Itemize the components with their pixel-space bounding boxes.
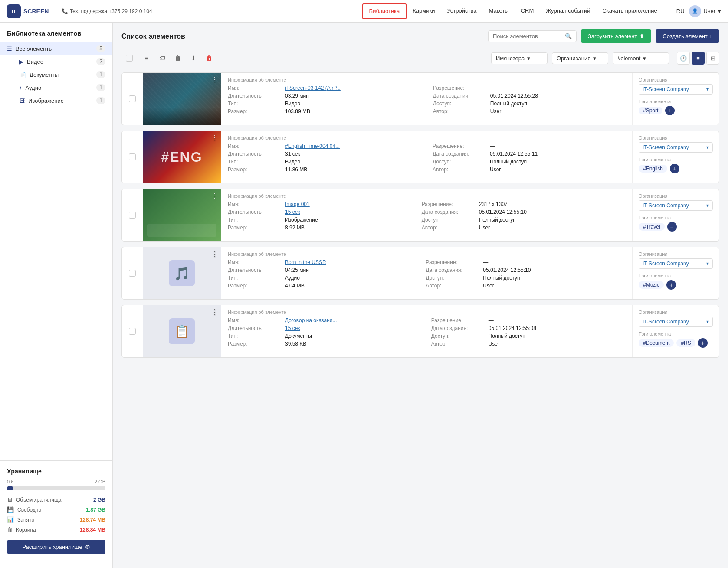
card-2-resolution: — — [490, 143, 625, 149]
select-all-checkbox[interactable] — [126, 55, 133, 62]
card-3-org-select[interactable]: IT-Screen Company ▾ — [639, 200, 713, 211]
storage-bar-labels: 0.6 2 GB — [7, 479, 105, 484]
nav-events[interactable]: Журнал событий — [540, 0, 596, 23]
card-2-name[interactable]: #English Time-004 04... — [285, 143, 427, 149]
view-btn-list[interactable]: ≡ — [692, 52, 705, 65]
lang-button[interactable]: RU — [676, 8, 685, 14]
user-button[interactable]: 👤 User ▾ — [689, 5, 721, 17]
main-header-right: 🔍 Загрузить элемент ⬆ Создать элемент + — [488, 29, 719, 43]
toolbar: ≡ 🏷 🗑 ⬇ 🗑 Имя юзера ▾ Организация ▾ #ele… — [121, 49, 719, 67]
view-btn-clock[interactable]: 🕐 — [677, 52, 690, 65]
label-type-3: Тип: — [228, 217, 280, 223]
sidebar-item-label-image: Изображение — [28, 98, 93, 104]
sidebar-item-label-docs: Документы — [30, 72, 93, 78]
filter-username-chevron: ▾ — [527, 55, 530, 62]
sidebar-item-video[interactable]: ▶ Видео 2 — [7, 55, 112, 68]
card-4-org-chevron: ▾ — [706, 261, 709, 267]
card-1-org-chevron: ▾ — [706, 86, 709, 92]
card-5-name[interactable]: Договор на оказани... — [285, 317, 426, 323]
search-box[interactable]: 🔍 — [488, 30, 577, 42]
upload-button[interactable]: Загрузить элемент ⬆ — [581, 29, 651, 43]
storage-total-value: 2 GB — [93, 497, 105, 503]
view-buttons: 🕐 ≡ ⊞ — [677, 52, 719, 65]
main-header: Список элементов 🔍 Загрузить элемент ⬆ С… — [121, 29, 719, 43]
card-1-checkbox[interactable] — [129, 95, 136, 102]
expand-storage-label: Расширить хранилище — [22, 544, 82, 550]
tag-icon[interactable]: 🏷 — [156, 52, 168, 64]
tag-add-4[interactable]: + — [666, 280, 676, 290]
card-4-thumb-menu[interactable]: ⋮ — [211, 250, 218, 258]
card-3-duration[interactable]: 15 сек — [285, 209, 416, 215]
nav-layouts[interactable]: Макеты — [483, 0, 515, 23]
nav-coupons[interactable]: Кармики — [407, 0, 441, 23]
nav-devices[interactable]: Устройства — [441, 0, 482, 23]
view-btn-grid[interactable]: ⊞ — [706, 52, 719, 65]
card-4-name[interactable]: Born in the USSR — [285, 259, 420, 265]
download-icon[interactable]: ⬇ — [187, 52, 200, 64]
card-3-info-grid: Имя: Image 001 Разрешение: 2317 x 1307 Д… — [228, 201, 625, 231]
card-4-checkbox[interactable] — [129, 270, 136, 277]
tag-add-2[interactable]: + — [670, 164, 679, 173]
filter-org[interactable]: Организация ▾ — [552, 52, 608, 64]
card-2-org-chevron: ▾ — [706, 144, 709, 150]
card-1-org: Организация IT-Screen Company ▾ Тэги эле… — [632, 73, 719, 125]
card-1-org-select[interactable]: IT-Screen Company ▾ — [639, 84, 713, 95]
label-type-5: Тип: — [228, 333, 280, 339]
card-3-thumb-menu[interactable]: ⋮ — [211, 192, 218, 200]
trash-icon[interactable]: 🗑 — [203, 52, 215, 64]
label-created-4: Дата создания: — [426, 267, 478, 273]
filter-username[interactable]: Имя юзера ▾ — [491, 52, 548, 64]
nav-crm[interactable]: CRM — [515, 0, 540, 23]
card-4-size: 4.04 MB — [285, 283, 420, 289]
card-5-org-select[interactable]: IT-Screen Company ▾ — [639, 317, 713, 327]
sidebar-item-count-audio: 1 — [96, 84, 105, 91]
expand-storage-button[interactable]: Расширить хранилище ⚙ — [7, 540, 105, 554]
tag-travel: #Travel — [639, 223, 665, 231]
label-name-5: Имя: — [228, 317, 280, 323]
card-5-duration[interactable]: 15 сек — [285, 325, 426, 331]
tag-add-5[interactable]: + — [698, 338, 708, 348]
card-3-name[interactable]: Image 001 — [285, 201, 416, 207]
card-5-thumb-menu[interactable]: ⋮ — [211, 308, 218, 316]
card-3-thumb: ⋮ — [143, 189, 221, 241]
sidebar-item-docs[interactable]: 📄 Документы 1 — [7, 68, 112, 81]
card-3-checkbox[interactable] — [129, 212, 136, 219]
list-view-icon[interactable]: ≡ — [141, 52, 153, 64]
create-button[interactable]: Создать элемент + — [656, 29, 719, 43]
sidebar-item-all[interactable]: ☰ Все элементы 5 — [0, 42, 112, 55]
card-1-name[interactable]: iTScreen-03-142 (AirP... — [285, 85, 428, 91]
storage-trash-label: Корзина — [16, 527, 76, 533]
card-4-org-select[interactable]: IT-Screen Company ▾ — [639, 258, 713, 269]
card-2-tags: #English + — [639, 164, 713, 173]
org-label-2: Организация — [639, 135, 713, 140]
card-2-org-select[interactable]: IT-Screen Company ▾ — [639, 142, 713, 153]
app-header: IT SCREEN 📞 Тех. поддержка +375 29 192 0… — [0, 0, 728, 23]
label-resolution-1: Разрешение: — [433, 85, 485, 91]
sidebar: Библиотека элементов ☰ Все элементы 5 ▶ … — [0, 23, 113, 568]
label-size-1: Размер: — [228, 108, 280, 114]
card-5-body: Информация об элементе Имя: Договор на о… — [221, 305, 632, 357]
filter-element[interactable]: #element ▾ — [613, 52, 669, 64]
card-1-thumb-menu[interactable]: ⋮ — [211, 75, 218, 84]
card-1-access: Полный доступ — [490, 101, 625, 107]
card-1-created: 05.01.2024 12:55:28 — [490, 93, 625, 99]
card-4-access: Полный доступ — [483, 275, 625, 281]
storage-used-icon: 📊 — [7, 516, 14, 523]
card-5-size: 39.58 KB — [285, 341, 426, 347]
nav-download[interactable]: Скачать приложение — [596, 0, 663, 23]
nav-library[interactable]: Библиотека — [362, 3, 407, 19]
card-2-checkbox[interactable] — [129, 153, 136, 160]
delete-icon[interactable]: 🗑 — [172, 52, 184, 64]
card-5-org-chevron: ▾ — [706, 319, 709, 325]
tag-add-1[interactable]: + — [665, 106, 675, 115]
filter-org-label: Организация — [557, 55, 590, 62]
sidebar-item-audio[interactable]: ♪ Аудио 1 — [7, 81, 112, 94]
card-2-thumb-menu[interactable]: ⋮ — [211, 134, 218, 142]
search-input[interactable] — [493, 33, 562, 39]
sidebar-item-image[interactable]: 🖼 Изображение 1 — [7, 94, 112, 107]
tag-add-3[interactable]: + — [667, 222, 677, 232]
storage-free-label: Свободно — [17, 507, 82, 513]
card-3-access: Полный доступ — [479, 217, 625, 223]
card-3-author: User — [479, 225, 625, 231]
card-5-checkbox[interactable] — [129, 328, 136, 335]
